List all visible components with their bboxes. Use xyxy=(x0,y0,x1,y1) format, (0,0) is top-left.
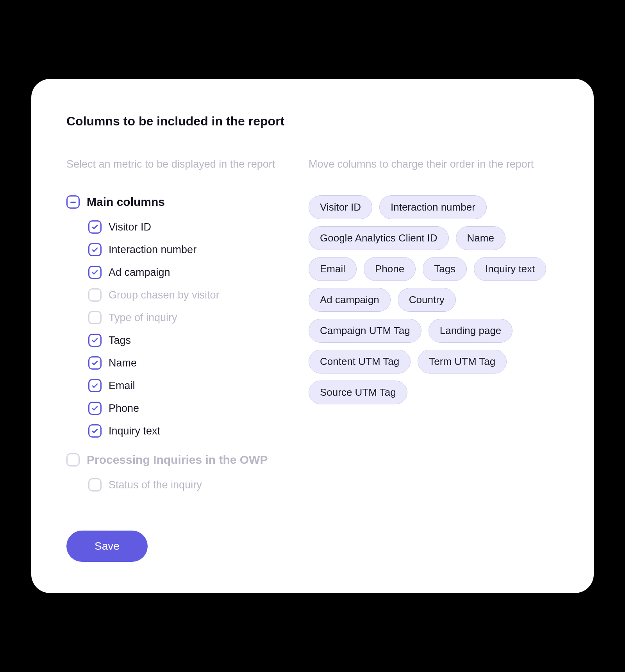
checkbox-checked-icon[interactable] xyxy=(88,334,102,347)
select-hint: Select an metric to be displayed in the … xyxy=(66,157,277,172)
list-item-label: Ad campaign xyxy=(109,266,170,279)
card-title: Columns to be included in the report xyxy=(66,114,559,129)
column-chip[interactable]: Ad campaign xyxy=(309,288,391,312)
checkbox-unchecked-icon[interactable] xyxy=(66,453,80,466)
columns-order-panel: Move columns to charge their order in th… xyxy=(309,157,559,507)
list-item[interactable]: Type of inquiry xyxy=(88,311,277,324)
list-item-label: Group chasen by visitor xyxy=(109,289,220,301)
checkbox-unchecked-icon[interactable] xyxy=(88,288,102,302)
column-chip[interactable]: Interaction number xyxy=(379,195,487,219)
list-item[interactable]: Inquiry text xyxy=(88,424,277,438)
list-item[interactable]: Group chasen by visitor xyxy=(88,288,277,302)
checkbox-checked-icon[interactable] xyxy=(88,266,102,279)
list-item-label: Tags xyxy=(109,334,131,347)
column-chip[interactable]: Inquiry text xyxy=(474,257,546,281)
column-chip[interactable]: Country xyxy=(398,288,456,312)
column-chip[interactable]: Landing page xyxy=(429,319,513,343)
column-chip[interactable]: Term UTM Tag xyxy=(418,350,507,374)
list-item[interactable]: Ad campaign xyxy=(88,266,277,279)
column-chip[interactable]: Name xyxy=(456,226,505,250)
list-item-label: Name xyxy=(109,357,137,369)
checkbox-checked-icon[interactable] xyxy=(88,402,102,415)
save-button[interactable]: Save xyxy=(66,531,148,562)
column-chip[interactable]: Tags xyxy=(423,257,467,281)
list-item[interactable]: Status of the inquiry xyxy=(88,478,277,491)
checkbox-checked-icon[interactable] xyxy=(88,424,102,438)
checkbox-checked-icon[interactable] xyxy=(88,220,102,234)
list-item[interactable]: Interaction number xyxy=(88,243,277,256)
group-label: Processing Inquiries in the OWP xyxy=(87,453,268,466)
list-item[interactable]: Visitor ID xyxy=(88,220,277,234)
checkbox-checked-icon[interactable] xyxy=(88,379,102,392)
checkbox-unchecked-icon[interactable] xyxy=(88,311,102,324)
list-item-label: Visitor ID xyxy=(109,221,151,233)
column-chip[interactable]: Email xyxy=(309,257,357,281)
list-item-label: Status of the inquiry xyxy=(109,479,202,491)
column-chip[interactable]: Google Analytics Client ID xyxy=(309,226,449,250)
column-chip[interactable]: Source UTM Tag xyxy=(309,381,407,404)
list-item-label: Interaction number xyxy=(109,244,196,256)
column-chip[interactable]: Campaign UTM Tag xyxy=(309,319,421,343)
list-item[interactable]: Email xyxy=(88,379,277,392)
group-label: Main columns xyxy=(87,195,165,209)
group-items-main: Visitor IDInteraction numberAd campaignG… xyxy=(66,220,277,438)
order-hint: Move columns to charge their order in th… xyxy=(309,157,559,172)
checkbox-indeterminate-icon[interactable] xyxy=(66,195,80,209)
list-item-label: Type of inquiry xyxy=(109,312,177,324)
group-header-owp[interactable]: Processing Inquiries in the OWP xyxy=(66,453,277,466)
columns-select-panel: Select an metric to be displayed in the … xyxy=(66,157,277,507)
column-chip[interactable]: Phone xyxy=(364,257,416,281)
list-item-label: Inquiry text xyxy=(109,425,160,437)
list-item-label: Phone xyxy=(109,402,139,415)
list-item[interactable]: Name xyxy=(88,356,277,370)
checkbox-checked-icon[interactable] xyxy=(88,243,102,256)
content-row: Select an metric to be displayed in the … xyxy=(66,157,559,507)
checkbox-unchecked-icon[interactable] xyxy=(88,478,102,491)
checkbox-checked-icon[interactable] xyxy=(88,356,102,370)
chip-container: Visitor IDInteraction numberGoogle Analy… xyxy=(309,195,559,404)
list-item[interactable]: Tags xyxy=(88,334,277,347)
list-item-label: Email xyxy=(109,380,135,392)
column-chip[interactable]: Visitor ID xyxy=(309,195,372,219)
column-chip[interactable]: Content UTM Tag xyxy=(309,350,411,374)
group-header-main[interactable]: Main columns xyxy=(66,195,277,209)
settings-card: Columns to be included in the report Sel… xyxy=(31,79,594,593)
group-items-owp: Status of the inquiry xyxy=(66,478,277,491)
list-item[interactable]: Phone xyxy=(88,402,277,415)
